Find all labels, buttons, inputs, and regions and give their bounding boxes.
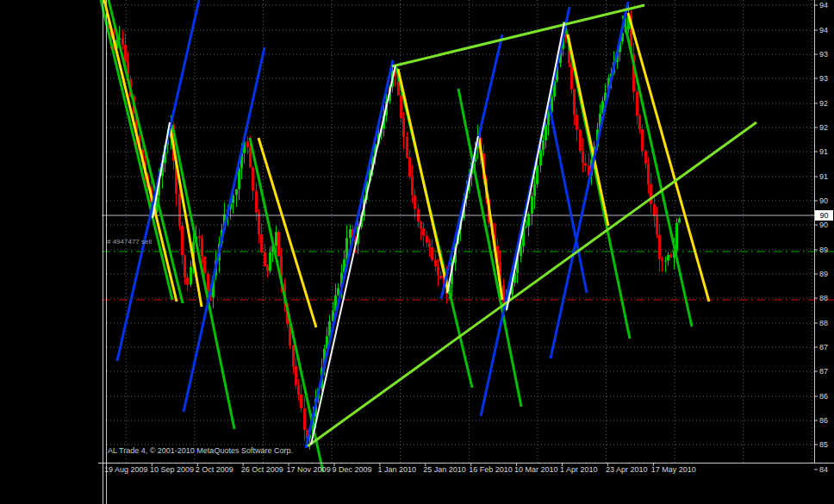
price-tick-label: 84 bbox=[819, 466, 833, 474]
candle-up bbox=[275, 232, 277, 246]
date-label: 1 Jan 2010 bbox=[377, 465, 416, 474]
candle-down bbox=[661, 259, 663, 261]
candle-down bbox=[402, 118, 405, 137]
trendline-blue[interactable] bbox=[306, 60, 393, 448]
candle-down bbox=[255, 191, 258, 213]
candle-down bbox=[437, 266, 439, 276]
price-tick-label: 89 bbox=[819, 271, 833, 278]
candle-down bbox=[658, 235, 661, 259]
candle-down bbox=[207, 274, 209, 292]
candle-down bbox=[434, 260, 437, 267]
candle-down bbox=[303, 408, 306, 430]
date-label: 19 Aug 2009 bbox=[104, 465, 148, 474]
candle-up bbox=[269, 252, 271, 271]
candle-up bbox=[349, 229, 352, 238]
trendline-yellow[interactable] bbox=[258, 138, 316, 327]
candle-down bbox=[264, 252, 266, 266]
trendline-lime[interactable] bbox=[392, 5, 644, 66]
candle-down bbox=[184, 255, 186, 277]
trendline-white[interactable] bbox=[447, 136, 478, 293]
trendline-blue[interactable] bbox=[551, 2, 628, 358]
trendline-green[interactable] bbox=[172, 125, 234, 429]
trendline-green[interactable] bbox=[458, 89, 521, 407]
trendline-green[interactable] bbox=[109, 0, 183, 303]
candle-down bbox=[408, 158, 411, 177]
candle-up bbox=[525, 227, 527, 227]
candle-up bbox=[533, 184, 536, 196]
candle-up bbox=[536, 165, 538, 184]
price-tick-label: 86 bbox=[819, 393, 833, 401]
price-tick-label: 88 bbox=[819, 320, 833, 327]
candle-down bbox=[198, 236, 201, 238]
candle-down bbox=[260, 234, 263, 252]
candle-down bbox=[181, 226, 184, 255]
price-tick-label: 90 bbox=[819, 197, 833, 205]
candle-down bbox=[406, 137, 408, 158]
candle-down bbox=[400, 96, 402, 118]
date-label: 1 Apr 2010 bbox=[560, 465, 598, 474]
candle-down bbox=[201, 238, 203, 256]
candle-down bbox=[638, 115, 641, 129]
date-label: 16 Feb 2010 bbox=[469, 465, 513, 474]
candle-down bbox=[295, 366, 297, 385]
price-tick-label: 93 bbox=[819, 51, 833, 59]
candle-down bbox=[431, 247, 433, 259]
candle-down bbox=[653, 204, 656, 216]
date-label: 23 Apr 2010 bbox=[606, 465, 648, 474]
candle-down bbox=[246, 141, 249, 147]
candle-down bbox=[669, 255, 672, 258]
date-label: 25 Jan 2010 bbox=[423, 465, 466, 474]
candle-up bbox=[664, 261, 667, 262]
candle-down bbox=[203, 257, 206, 274]
price-tick-label: 93 bbox=[819, 75, 833, 83]
candle-down bbox=[300, 395, 302, 408]
price-tick-label: 89 bbox=[819, 246, 833, 254]
candle-down bbox=[186, 277, 189, 284]
candle-up bbox=[190, 267, 192, 285]
order-label: # 4947477 sell bbox=[107, 238, 152, 246]
trendline-green[interactable] bbox=[101, 0, 172, 300]
price-tick-label: 92 bbox=[819, 100, 833, 108]
candle-down bbox=[121, 38, 124, 45]
candle-down bbox=[428, 243, 431, 247]
candle-down bbox=[582, 151, 584, 163]
candle-down bbox=[647, 164, 650, 184]
price-tick-label: 90 bbox=[819, 221, 833, 229]
candle-down bbox=[297, 385, 300, 395]
date-label: 9 Dec 2009 bbox=[333, 465, 372, 474]
price-tick-label: 85 bbox=[819, 441, 833, 449]
price-tick-label: 91 bbox=[819, 148, 833, 156]
candle-down bbox=[411, 177, 414, 196]
candle-down bbox=[252, 167, 254, 190]
trendline-lime[interactable] bbox=[308, 122, 756, 446]
trendline-yellow[interactable] bbox=[398, 69, 448, 291]
candle-up bbox=[667, 255, 669, 261]
trendline-blue[interactable] bbox=[117, 0, 199, 361]
trendline-white[interactable] bbox=[311, 65, 395, 445]
candle-down bbox=[573, 89, 576, 115]
candle-down bbox=[420, 221, 422, 228]
date-label: 26 Oct 2009 bbox=[241, 465, 283, 474]
candle-down bbox=[650, 184, 652, 204]
candle-up bbox=[531, 196, 533, 214]
candle-up bbox=[545, 125, 547, 140]
current-price-tag: 90 bbox=[815, 210, 833, 221]
trendline-green[interactable] bbox=[623, 16, 692, 327]
candle-down bbox=[266, 266, 269, 271]
mt4-chart-window: 9494939392929191909089898888878786868584… bbox=[0, 0, 834, 504]
trendline-yellow[interactable] bbox=[568, 34, 608, 226]
candle-up bbox=[539, 150, 542, 165]
price-chart[interactable] bbox=[0, 0, 834, 504]
candle-down bbox=[249, 147, 252, 167]
candle-down bbox=[656, 215, 658, 234]
trendline-white[interactable] bbox=[152, 122, 170, 218]
copyright-text: AL Trade 4, © 2001-2010 MetaQuotes Softw… bbox=[108, 446, 293, 455]
trendline-yellow[interactable] bbox=[479, 138, 502, 300]
date-label: 17 Nov 2009 bbox=[287, 465, 331, 474]
candle-up bbox=[542, 140, 545, 150]
date-label: 10 Sep 2009 bbox=[150, 465, 194, 474]
candle-down bbox=[644, 151, 647, 164]
candle-down bbox=[258, 213, 260, 235]
candle-down bbox=[439, 276, 442, 278]
candle-down bbox=[422, 228, 425, 236]
